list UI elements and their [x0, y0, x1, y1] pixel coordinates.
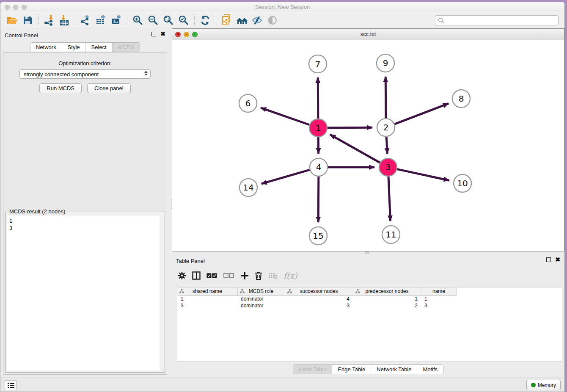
- node-label: 4: [316, 162, 322, 172]
- node-6[interactable]: 6: [239, 94, 257, 112]
- export-network-icon[interactable]: [78, 14, 94, 27]
- tab-edge-table[interactable]: Edge Table: [332, 365, 371, 374]
- close-panel-button[interactable]: Close panel: [87, 83, 131, 93]
- zoom-in-icon[interactable]: [130, 14, 146, 27]
- node-label: 1: [316, 123, 321, 133]
- fit-content-icon[interactable]: [161, 14, 176, 27]
- edge-4-14[interactable]: [261, 170, 310, 184]
- column-header-MCDS-role[interactable]: MCDS role: [237, 287, 285, 295]
- edge-4-15[interactable]: [318, 177, 319, 222]
- node-15[interactable]: 15: [309, 227, 327, 245]
- node-10[interactable]: 10: [454, 174, 471, 192]
- column-header-successor-nodes[interactable]: successor nodes: [285, 287, 353, 295]
- tab-mcds[interactable]: MCDS: [112, 43, 140, 52]
- edge-3-11[interactable]: [388, 177, 391, 221]
- search-input[interactable]: [435, 15, 559, 25]
- node-table[interactable]: shared nameMCDS rolesuccessor nodesprede…: [177, 287, 562, 362]
- show-column-icon[interactable]: [192, 271, 201, 280]
- task-history-button[interactable]: [5, 380, 17, 390]
- tab-select[interactable]: Select: [85, 43, 112, 52]
- mcds-result-title: MCDS result (2 nodes): [8, 208, 66, 215]
- node-3[interactable]: 3: [379, 158, 397, 176]
- table-row[interactable]: 1dominator411: [177, 295, 457, 302]
- node-4[interactable]: 4: [310, 158, 328, 176]
- show-all-icon[interactable]: [265, 14, 280, 27]
- table-cell[interactable]: 4: [285, 295, 353, 302]
- close-panel-icon[interactable]: ✖: [160, 32, 165, 36]
- export-image-icon[interactable]: [109, 14, 124, 27]
- table-row[interactable]: 3dominator323: [177, 302, 457, 309]
- node-label: 7: [315, 59, 321, 69]
- first-neighbors-icon[interactable]: [234, 14, 250, 27]
- node-14[interactable]: 14: [239, 179, 257, 196]
- table-settings-icon[interactable]: [178, 271, 186, 280]
- tab-motifs[interactable]: Motifs: [417, 365, 443, 374]
- edge-2-8[interactable]: [395, 103, 449, 124]
- edge-2-3[interactable]: [386, 137, 387, 154]
- app-window: Session: New Session: [0, 2, 565, 392]
- delete-table-icon-disabled: [268, 272, 278, 279]
- float-table-panel-icon[interactable]: [546, 257, 551, 262]
- node-11[interactable]: 11: [382, 226, 400, 243]
- edge-3-1[interactable]: [330, 135, 380, 163]
- network-canvas[interactable]: 7968124314101511: [172, 40, 564, 251]
- table-cell[interactable]: 1: [421, 295, 457, 302]
- import-network-icon[interactable]: [41, 14, 57, 27]
- table-cell[interactable]: 1: [353, 295, 421, 302]
- node-1[interactable]: 1: [309, 119, 327, 137]
- mcds-result-line: 3: [9, 224, 160, 232]
- hide-selected-icon[interactable]: [250, 14, 265, 27]
- zoom-out-icon[interactable]: [146, 14, 161, 27]
- tab-node-table[interactable]: Node Table: [293, 365, 332, 374]
- tab-network[interactable]: Network: [30, 43, 62, 52]
- open-file-icon[interactable]: [5, 14, 20, 27]
- node-9[interactable]: 9: [377, 54, 394, 72]
- table-cell[interactable]: 2: [353, 302, 421, 309]
- delete-column-icon[interactable]: [255, 271, 262, 280]
- table-cell[interactable]: 1: [177, 295, 237, 302]
- export-table-icon[interactable]: [94, 14, 109, 27]
- float-panel-icon[interactable]: [151, 32, 156, 36]
- control-panel-title: Control Panel: [5, 32, 38, 39]
- edge-1-6[interactable]: [261, 108, 309, 125]
- table-cell[interactable]: 3: [285, 302, 353, 309]
- criterion-select[interactable]: strongly connected component: [19, 69, 151, 79]
- memory-button[interactable]: Memory: [526, 380, 561, 390]
- table-cell[interactable]: 3: [421, 302, 457, 309]
- table-cell[interactable]: dominator: [237, 302, 285, 309]
- node-8[interactable]: 8: [452, 90, 470, 108]
- unselect-all-columns-icon[interactable]: [223, 273, 234, 279]
- clone-network-icon[interactable]: [219, 14, 234, 27]
- edge-3-10[interactable]: [397, 169, 449, 181]
- save-session-icon[interactable]: [20, 14, 35, 27]
- horizontal-splitter-handle[interactable]: [365, 251, 369, 254]
- control-panel-tabs: NetworkStyleSelectMCDS: [30, 42, 140, 52]
- table-cell[interactable]: 3: [177, 302, 237, 309]
- node-7[interactable]: 7: [309, 55, 327, 73]
- mcds-result-list[interactable]: 13: [7, 216, 160, 371]
- table-cell[interactable]: dominator: [237, 295, 285, 302]
- node-2[interactable]: 2: [377, 119, 395, 136]
- edge-1-2[interactable]: [328, 127, 372, 128]
- import-table-icon[interactable]: [57, 14, 72, 27]
- column-header-shared-name[interactable]: shared name: [177, 287, 237, 295]
- network-frame-title: scc.txt: [172, 31, 564, 37]
- column-header-predecessor-nodes[interactable]: predecessor nodes: [353, 287, 421, 295]
- mcds-result-line: 1: [9, 217, 160, 224]
- create-column-icon[interactable]: [240, 271, 249, 280]
- table-toolbar: f(x): [178, 268, 297, 283]
- column-header-name[interactable]: name: [421, 287, 457, 295]
- status-bar: Memory: [0, 378, 564, 392]
- select-all-columns-icon[interactable]: [206, 273, 217, 279]
- edge-1-7[interactable]: [318, 77, 318, 119]
- tab-network-table[interactable]: Network Table: [371, 365, 417, 374]
- zoom-selected-icon[interactable]: [176, 14, 191, 27]
- tab-style[interactable]: Style: [62, 43, 85, 52]
- result-scrollbar[interactable]: [160, 216, 163, 371]
- run-mcds-button[interactable]: Run MCDS: [39, 83, 82, 93]
- close-table-panel-icon[interactable]: ✖: [555, 257, 560, 262]
- main-toolbar: [0, 13, 564, 28]
- edge-2-9[interactable]: [385, 77, 386, 118]
- memory-label: Memory: [538, 382, 556, 388]
- apply-layout-icon[interactable]: [198, 14, 213, 27]
